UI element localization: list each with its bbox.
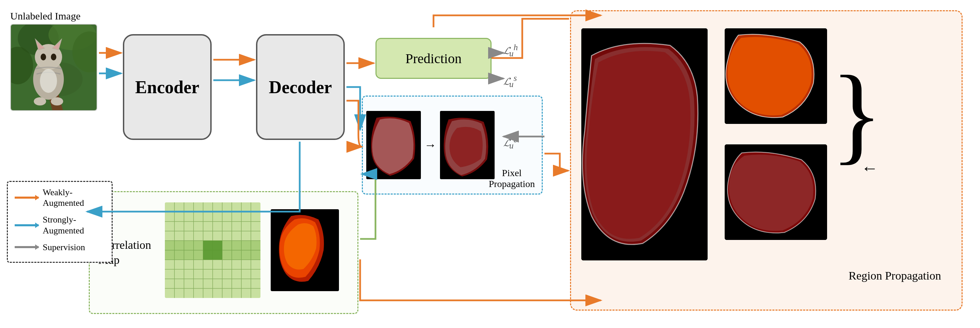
heatmap-small bbox=[271, 209, 339, 291]
svg-point-16 bbox=[34, 97, 46, 105]
legend-gray-text: Supervision bbox=[43, 242, 85, 253]
svg-rect-40 bbox=[203, 240, 222, 260]
gray-arrow bbox=[15, 246, 38, 248]
pixel-propagation-box: → PixelPropagation bbox=[362, 96, 543, 194]
legend-item-orange: Weakly-Augmented bbox=[15, 187, 105, 208]
loss-us-label: 𝓛us bbox=[503, 73, 517, 89]
loss-uh-label: 𝓛uh bbox=[503, 43, 518, 58]
orange-arrow bbox=[15, 197, 38, 199]
propagation-arrow: → bbox=[424, 138, 437, 152]
unlabeled-image-label: Unlabeled Image bbox=[10, 10, 81, 22]
region-propagation-label: Region Propagation bbox=[849, 269, 941, 282]
prediction-box: Prediction bbox=[375, 38, 492, 79]
large-seg-right-top bbox=[725, 28, 827, 124]
region-propagation-box: } Region Propagation ← bbox=[570, 10, 963, 310]
seg-image-1 bbox=[366, 111, 421, 179]
legend-box: Weakly-Augmented Strongly-Augmented Supe… bbox=[7, 181, 113, 263]
unlabeled-image bbox=[10, 24, 97, 111]
grid-visual bbox=[165, 202, 261, 298]
encoder-label: Encoder bbox=[135, 77, 199, 97]
prediction-label: Prediction bbox=[406, 51, 461, 67]
legend-item-gray: Supervision bbox=[15, 242, 105, 253]
bracket-right: } bbox=[830, 59, 883, 168]
legend-orange-text: Weakly-Augmented bbox=[43, 187, 84, 208]
seg-image-2 bbox=[440, 111, 495, 179]
large-seg-left bbox=[581, 28, 708, 260]
region-left-arrow: ← bbox=[861, 158, 878, 178]
svg-point-17 bbox=[51, 97, 63, 105]
decoder-label: Decoder bbox=[269, 77, 332, 97]
legend-blue-text: Strongly-Augmented bbox=[43, 214, 84, 236]
encoder-block: Encoder bbox=[123, 34, 212, 140]
blue-arrow bbox=[15, 224, 38, 226]
decoder-block: Decoder bbox=[256, 34, 345, 140]
svg-point-14 bbox=[51, 54, 56, 61]
pixel-propagation-label: PixelPropagation bbox=[489, 167, 535, 189]
diagram-container: Unlabeled Image bbox=[0, 0, 980, 328]
svg-point-13 bbox=[41, 54, 46, 61]
svg-point-15 bbox=[40, 69, 57, 93]
correlation-area: Correlation Map bbox=[89, 191, 358, 314]
legend-item-blue: Strongly-Augmented bbox=[15, 214, 105, 236]
large-seg-right-bottom bbox=[725, 144, 827, 240]
